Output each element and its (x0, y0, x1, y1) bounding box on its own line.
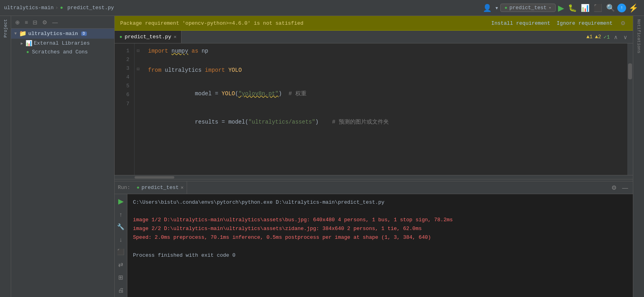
code-line-4 (148, 75, 621, 85)
run-config-label: predict_test (509, 5, 547, 11)
user-dropdown-btn[interactable]: ▾ (494, 4, 500, 12)
run-stop-btn[interactable]: ⬛ (116, 248, 126, 256)
new-file-btn[interactable]: ⊕ (14, 18, 21, 26)
search-button[interactable]: 🔍 (605, 2, 617, 14)
tree-label-scratches: Scratches and Cons (32, 49, 88, 55)
terminal-line-5: Speed: 2.0ms preprocess, 70.1ms inferenc… (133, 233, 627, 242)
line-num-3: 3 (115, 64, 129, 73)
editor-top-right: ▲1 ▲2 ✓1 ∧ ∨ (586, 32, 633, 42)
run-wrench-btn[interactable]: 🔧 (116, 222, 126, 231)
tree-label-ext: External Libraries (34, 40, 90, 46)
editor-tab-predict[interactable]: ● predict_test.py ✕ (115, 31, 181, 43)
notifications-side-tab: Notifications (633, 16, 644, 297)
run-config-dropdown-icon: ▾ (548, 5, 551, 10)
run-tab-close[interactable]: ✕ (181, 185, 183, 191)
project-breadcrumb: ultralytics-main › ● predict_test.py (4, 5, 114, 11)
code-line-3: from ultralytics import YOLO (148, 66, 621, 75)
scrollbar-thumb[interactable] (628, 63, 632, 79)
run-wrap-btn[interactable]: ⇄ (116, 260, 126, 269)
run-panel: Run: ● predict_test ✕ ⚙ — ▶ ↑ 🔧 ↓ ⬛ (115, 181, 633, 297)
panel-toolbar: ⊕ ≡ ⊟ ⚙ — (11, 16, 114, 29)
close-panel-btn[interactable]: — (51, 18, 59, 26)
editor-scrollbar[interactable] (627, 43, 633, 175)
user-icon-btn[interactable]: 👤 (481, 2, 493, 14)
notification-settings-btn[interactable]: ⚙ (619, 18, 627, 28)
notifications-label[interactable]: Notifications (635, 16, 643, 57)
run-tab-icon: ● (137, 185, 139, 191)
collapse-all-btn[interactable]: ⊟ (31, 18, 39, 26)
title-bar-right: 👤 ▾ ● predict_test ▾ ▶ 🐛 📊 ⬛ 🔍 ↑ ⚡ (481, 2, 640, 14)
line-num-6: 6 (115, 90, 129, 99)
run-down-btn[interactable]: ↓ (116, 235, 126, 244)
project-panel: ⊕ ≡ ⊟ ⚙ — ▼ 📁 ultralytics-main D ▶ 📊 Ext… (11, 16, 115, 297)
breadcrumb-sep: › (55, 5, 59, 11)
fold-markers: ⊟ ⊟ (135, 43, 142, 175)
horizontal-scrollbar[interactable] (115, 175, 633, 179)
tab-file-icon: ● (119, 34, 122, 40)
run-settings-btn[interactable]: ⚙ (610, 183, 618, 193)
update-icon[interactable]: ↑ (617, 4, 626, 12)
fold-marker-3[interactable]: ⊟ (135, 65, 141, 74)
line-num-2: 2 (115, 55, 129, 64)
fold-marker-4 (135, 74, 141, 83)
terminal-line-2 (133, 207, 627, 216)
run-toolbar-right: ⚙ — (610, 183, 630, 193)
prev-warning-btn[interactable]: ∧ (612, 32, 619, 42)
run-config-selector[interactable]: ● predict_test ▾ (500, 4, 556, 12)
run-content: ▶ ↑ 🔧 ↓ ⬛ ⇄ ⊞ 🖨 📌 🗑 C:\Users\bistu\.cond… (115, 194, 633, 297)
ignore-requirement-link[interactable]: Ignore requirement (557, 20, 613, 26)
next-warning-btn[interactable]: ∨ (622, 32, 629, 42)
code-line-5: model = YOLO("yolov8n.pt") # 权重 (148, 85, 621, 104)
tree-item-scratches[interactable]: ● Scratches and Cons (11, 48, 114, 56)
run-side-buttons: ▶ ↑ 🔧 ↓ ⬛ ⇄ ⊞ 🖨 📌 🗑 (115, 194, 127, 297)
terminal-line-6 (133, 242, 627, 251)
settings-btn[interactable]: ⚙ (41, 18, 49, 26)
run-print-btn[interactable]: 🖨 (116, 286, 126, 294)
terminal-line-7: Process finished with exit code 0 (133, 251, 627, 260)
scratches-icon: ● (26, 49, 29, 55)
run-label: Run: (118, 185, 130, 191)
run-layout-btn[interactable]: ⊞ (116, 273, 126, 282)
project-tab-label[interactable]: Project (2, 16, 10, 41)
tree-item-ext-libs[interactable]: ▶ 📊 External Libraries (11, 39, 114, 48)
breadcrumb-project[interactable]: ultralytics-main (4, 5, 54, 11)
run-button[interactable]: ▶ (556, 2, 566, 14)
tree-item-root[interactable]: ▼ 📁 ultralytics-main D (11, 29, 114, 39)
line-num-7: 7 (115, 100, 129, 108)
terminal-line-3: image 1/2 D:\ultralytics-main\ultralytic… (133, 216, 627, 224)
tab-label: predict_test.py (125, 34, 171, 40)
code-area-wrap: 1 2 3 4 5 6 7 ⊟ ⊟ import numpy as np (115, 43, 633, 175)
run-terminal[interactable]: C:\Users\bistu\.conda\envs\pytorch\pytho… (127, 194, 633, 297)
tree-arrow-ext: ▶ (21, 41, 23, 46)
warn-count: ▲2 (595, 34, 601, 40)
app-icon[interactable]: ⚡ (627, 2, 640, 14)
title-bar: ultralytics-main › ● predict_test.py 👤 ▾… (0, 0, 644, 16)
fold-marker-6 (135, 92, 141, 102)
debug-button[interactable]: 🐛 (566, 2, 578, 14)
run-minimize-btn[interactable]: — (621, 183, 630, 193)
line-num-5: 5 (115, 82, 129, 90)
install-requirement-link[interactable]: Install requirement (491, 20, 550, 26)
tree-badge-root: D (81, 31, 87, 36)
run-toolbar: Run: ● predict_test ✕ ⚙ — (115, 181, 633, 194)
expand-all-btn[interactable]: ≡ (23, 18, 29, 26)
h-scrollbar-thumb[interactable] (135, 176, 174, 179)
error-count: ▲1 (586, 34, 593, 40)
coverage-button[interactable]: 📊 (579, 2, 591, 14)
code-line-6 (148, 104, 621, 113)
editor-tabs: ● predict_test.py ✕ ▲1 ▲2 ✓1 ∧ ∨ (115, 31, 633, 43)
run-tab-predict[interactable]: ● predict_test ✕ (133, 181, 187, 194)
run-play-btn[interactable]: ▶ (116, 197, 126, 206)
tab-close-btn[interactable]: ✕ (174, 34, 176, 40)
project-side-tab: Project (0, 16, 11, 297)
code-content[interactable]: import numpy as np from ultralytics impo… (142, 43, 627, 175)
run-up-btn[interactable]: ↑ (116, 210, 126, 218)
editor-wrapper: Package requirement 'opencv-python>=4.6.… (115, 16, 633, 297)
fold-marker-1[interactable]: ⊟ (135, 47, 141, 56)
code-line-2 (148, 56, 621, 66)
title-bar-left: ultralytics-main › ● predict_test.py (4, 5, 481, 11)
stop-button[interactable]: ⬛ (592, 2, 604, 14)
code-line-1: import numpy as np (148, 47, 621, 56)
fold-marker-5 (135, 83, 141, 92)
check-count: ✓1 (603, 34, 610, 40)
